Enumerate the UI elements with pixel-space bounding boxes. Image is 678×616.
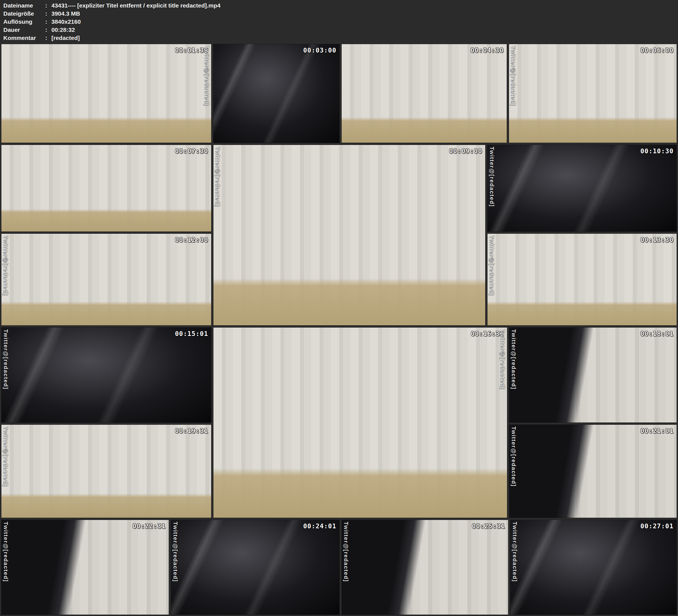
timestamp-overlay: 00:22:31: [133, 523, 166, 530]
video-thumbnail: 00:09:00Twitter@[redacted]: [213, 145, 486, 325]
watermark: Twitter@[redacted]: [204, 46, 210, 106]
video-thumbnail: 00:13:30Twitter@[redacted]: [487, 233, 677, 325]
separator: :: [45, 2, 51, 9]
timestamp-overlay: 00:21:01: [640, 427, 674, 434]
video-thumbnail: 00:10:30Twitter@[redacted]: [487, 145, 677, 232]
watermark: Twitter@[redacted]: [215, 147, 221, 207]
video-thumbnail: 00:06:00Twitter@[redacted]: [509, 44, 677, 143]
video-thumbnail: 00:19:31Twitter@[redacted]: [1, 424, 212, 518]
timestamp-overlay: 00:01:30: [175, 47, 208, 54]
watermark: Twitter@[redacted]: [499, 329, 506, 389]
watermark: Twitter@[redacted]: [2, 522, 9, 582]
duration-value: 00:28:32: [51, 27, 678, 33]
timestamp-overlay: 00:10:30: [640, 147, 674, 155]
resolution-value: 3840x2160: [51, 18, 678, 25]
video-thumbnail: 00:18:01Twitter@[redacted]: [509, 327, 677, 423]
file-info-row-resolution: Auflösung : 3840x2160: [0, 18, 678, 26]
video-thumbnail: 00:04:30: [341, 44, 507, 143]
watermark: Twitter@[redacted]: [343, 522, 349, 582]
video-thumbnail: 00:21:01Twitter@[redacted]: [509, 424, 677, 518]
watermark: Twitter@[redacted]: [489, 235, 495, 296]
separator: :: [45, 18, 51, 25]
timestamp-overlay: 00:07:30: [175, 147, 208, 155]
thumbnail-grid: 00:01:30Twitter@[redacted]00:03:0000:04:…: [0, 43, 678, 616]
file-info-header: Dateiname : 43431---- [expliziter Titel …: [0, 0, 678, 43]
video-thumbnail: 00:12:00Twitter@[redacted]: [1, 233, 212, 325]
watermark: Twitter@[redacted]: [2, 426, 9, 487]
separator: :: [45, 27, 51, 33]
video-thumbnail: 00:25:31Twitter@[redacted]: [341, 519, 509, 615]
separator: :: [45, 10, 51, 17]
watermark: Twitter@[redacted]: [172, 522, 179, 582]
video-thumbnail: 00:03:00: [213, 44, 340, 143]
timestamp-overlay: 00:19:31: [175, 427, 208, 434]
watermark: Twitter@[redacted]: [511, 426, 517, 487]
watermark: Twitter@[redacted]: [2, 235, 9, 296]
video-thumbnail: 00:01:30Twitter@[redacted]: [1, 44, 212, 143]
video-thumbnail: 00:22:31Twitter@[redacted]: [1, 519, 169, 615]
timestamp-overlay: 00:03:00: [303, 47, 336, 54]
video-thumbnail: 00:15:01Twitter@[redacted]: [1, 327, 212, 423]
duration-label: Dauer: [0, 27, 45, 33]
video-thumbnail: 00:27:01Twitter@[redacted]: [510, 519, 677, 615]
video-thumbnail: 00:24:01Twitter@[redacted]: [171, 519, 340, 615]
timestamp-overlay: 00:24:01: [303, 523, 336, 530]
timestamp-overlay: 00:15:01: [175, 330, 208, 337]
video-thumbnail: 00:07:30: [1, 145, 212, 232]
timestamp-overlay: 00:25:31: [472, 523, 505, 530]
watermark: Twitter@[redacted]: [489, 147, 495, 207]
watermark: Twitter@[redacted]: [512, 522, 518, 582]
timestamp-overlay: 00:27:01: [640, 523, 674, 530]
watermark: Twitter@[redacted]: [511, 329, 517, 389]
separator: :: [45, 35, 51, 41]
watermark: Twitter@[redacted]: [510, 46, 517, 106]
file-info-row-filename: Dateiname : 43431---- [expliziter Titel …: [0, 2, 678, 9]
resolution-label: Auflösung: [0, 18, 45, 25]
timestamp-overlay: 00:18:01: [640, 330, 674, 337]
filesize-label: Dateigröße: [0, 10, 45, 17]
filesize-value: 3904.3 MB: [51, 10, 678, 17]
file-info-row-comment: Kommentar : [redacted]: [0, 34, 678, 42]
timestamp-overlay: 00:04:30: [470, 47, 504, 54]
file-info-row-filesize: Dateigröße : 3904.3 MB: [0, 10, 678, 17]
video-thumbnail: 00:16:31Twitter@[redacted]: [213, 327, 507, 518]
file-info-row-duration: Dauer : 00:28:32: [0, 26, 678, 34]
filename-label: Dateiname: [0, 2, 45, 9]
timestamp-overlay: 00:13:30: [640, 236, 674, 243]
timestamp-overlay: 00:12:00: [175, 236, 208, 243]
comment-label: Kommentar: [0, 35, 45, 41]
comment-value: [redacted]: [51, 35, 678, 41]
filename-value: 43431---- [expliziter Titel entfernt / e…: [51, 2, 678, 9]
timestamp-overlay: 00:06:00: [640, 47, 674, 54]
watermark: Twitter@[redacted]: [2, 329, 9, 389]
timestamp-overlay: 00:16:31: [471, 330, 504, 337]
timestamp-overlay: 00:09:00: [449, 147, 482, 155]
